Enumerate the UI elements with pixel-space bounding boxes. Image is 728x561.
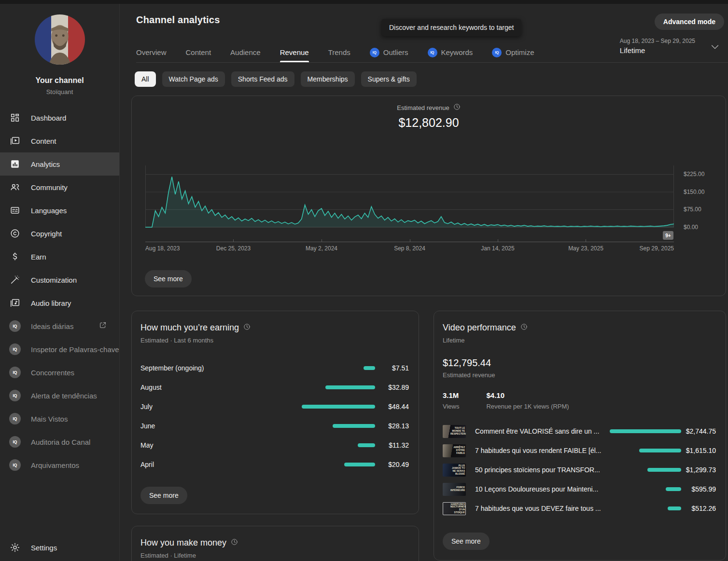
sidebar-item-concorrentes[interactable]: IQ Concorrentes — [0, 361, 119, 384]
chart-see-more-button[interactable]: See more — [145, 270, 192, 287]
video-thumbnail: ARRÊTEZ D'ÊTRE FAIBLE — [443, 444, 466, 457]
tab-overview[interactable]: Overview — [136, 42, 167, 62]
earnings-card: How much you’re earning Estimated · Last… — [131, 311, 419, 514]
video-card-title: Video performance — [443, 323, 516, 333]
tab-revenue[interactable]: Revenue — [280, 42, 309, 62]
monthly-earnings-list: September (ongoing) $7.51 August $32.89 — [140, 358, 409, 474]
chip-shorts-feed-ads[interactable]: Shorts Feed ads — [231, 71, 294, 87]
sidebar-item-ideais-diarias[interactable]: IQ Ideais diárias — [0, 315, 119, 338]
video-title: 10 Leçons Douloureuses pour Mainteni... — [475, 485, 610, 493]
revenue-sparkline-chart[interactable] — [145, 165, 674, 228]
chevron-down-icon — [710, 41, 720, 54]
video-thumbnail: FORCE INTÉRIEURE — [443, 483, 466, 496]
channel-avatar[interactable] — [35, 14, 85, 65]
video-row[interactable]: ARRÊTEZ D'ÊTRE FAIBLE 7 habitudes qui vo… — [443, 441, 716, 460]
vidiq-icon: IQ — [9, 343, 21, 355]
sidebar-item-analytics[interactable]: Analytics — [0, 152, 119, 176]
video-row[interactable]: FORCE INTÉRIEURE 10 Leçons Douloureuses … — [443, 479, 716, 499]
how-you-make-money-card: How you make money Estimated · Lifetime — [131, 526, 419, 561]
sidebar-item-customization[interactable]: Customization — [0, 268, 119, 291]
vidiq-icon: IQ — [9, 413, 21, 424]
sidebar: Your channel Stoïquant Dashboard Content — [0, 4, 120, 561]
vidiq-icon: IQ — [428, 48, 437, 57]
date-range-picker[interactable]: Aug 18, 2023 – Sep 29, 2025 Lifetime — [620, 38, 720, 55]
estimated-revenue-card: Estimated revenue $12,802.90 — [131, 96, 726, 296]
earning-row: April $20.49 — [140, 455, 409, 474]
content-icon — [9, 135, 21, 147]
x-axis-line — [145, 242, 674, 242]
sidebar-item-community[interactable]: Community — [0, 176, 119, 199]
sidebar-item-content[interactable]: Content — [0, 129, 119, 152]
video-title: 50 principes stoïciens pour TRANSFOR... — [475, 466, 610, 474]
sidebar-item-auditoria-canal[interactable]: IQ Auditoria do Canal — [0, 430, 119, 453]
video-card-revenue-value: $12,795.44 — [443, 357, 716, 369]
video-revenue-bar — [647, 468, 681, 472]
sidebar-channel-title: Your channel — [35, 76, 84, 85]
earn-icon — [9, 251, 21, 262]
earning-row: September (ongoing) $7.51 — [140, 358, 409, 378]
views-stat: 3.1M Views — [443, 391, 459, 410]
languages-icon — [9, 205, 21, 216]
date-period-text: Lifetime — [620, 46, 695, 55]
video-revenue-bar — [639, 449, 681, 452]
chip-supers-gifts[interactable]: Supers & gifts — [361, 71, 417, 87]
external-link-icon — [99, 321, 107, 331]
more-series-badge[interactable]: 9+ — [663, 231, 673, 240]
date-range-text: Aug 18, 2023 – Sep 29, 2025 — [620, 38, 695, 44]
tab-keywords[interactable]: IQ Keywords — [428, 42, 473, 62]
vidiq-icon: IQ — [9, 367, 21, 378]
video-row[interactable]: HABITUDES NOCTURNES D'UN STOÏQUE 7 habit… — [443, 499, 716, 518]
vidiq-icon: IQ — [9, 459, 21, 471]
tab-audience[interactable]: Audience — [230, 42, 261, 62]
sidebar-item-languages[interactable]: Languages — [0, 199, 119, 222]
tab-outliers[interactable]: IQ Outliers — [370, 42, 408, 62]
x-axis-labels: Aug 18, 2023 Dec 25, 2023 May 2, 2024 Se… — [145, 245, 674, 253]
sidebar-channel-name: Stoïquant — [46, 88, 73, 96]
advanced-mode-button[interactable]: Advanced mode — [655, 14, 724, 30]
video-row[interactable]: PLUS JAMAIS TU NE SERAS BLESSÉ 50 princi… — [443, 460, 716, 479]
earning-row: July $48.44 — [140, 397, 409, 416]
page-title: Channel analytics — [136, 14, 220, 26]
earning-bar — [344, 463, 375, 466]
vidiq-icon: IQ — [370, 48, 379, 57]
metric-label: Estimated revenue — [397, 104, 449, 111]
analytics-icon — [9, 158, 21, 170]
video-revenue-bar — [610, 429, 681, 433]
video-title: 7 habitudes qui vous rendent FAIBLE [él.… — [475, 447, 610, 454]
sidebar-item-mais-vistos[interactable]: IQ Mais Vistos — [0, 407, 119, 430]
vidiq-icon: IQ — [9, 390, 21, 401]
tab-content[interactable]: Content — [186, 42, 211, 62]
avatar-bust-image — [35, 14, 85, 65]
video-performance-card: Video performance Lifetime $12,795.44 Es… — [434, 311, 726, 561]
sidebar-item-alerta-tendencias[interactable]: IQ Alerta de tendências — [0, 384, 119, 407]
vidiq-icon: IQ — [492, 48, 502, 57]
vidiq-icon: IQ — [9, 320, 21, 332]
main-area: Channel analytics Advanced mode Overview… — [120, 4, 728, 561]
community-icon — [9, 181, 21, 193]
chip-watch-page-ads[interactable]: Watch Page ads — [162, 71, 225, 87]
clock-icon — [243, 323, 251, 332]
earnings-see-more-button[interactable]: See more — [140, 487, 187, 504]
dashboard-icon — [9, 112, 21, 123]
earning-bar — [325, 385, 375, 389]
sidebar-item-earn[interactable]: Earn — [0, 245, 119, 268]
video-thumbnail: HABITUDES NOCTURNES D'UN STOÏQUE — [443, 502, 466, 515]
keywords-tooltip: Discover and research keywords to target — [381, 19, 521, 36]
sidebar-nav: Dashboard Content Analytics — [0, 106, 119, 477]
sidebar-item-inspetor-palavras-chave[interactable]: IQ Inspetor de Palavras-chave — [0, 338, 119, 361]
video-title: 7 habitudes que vous DEVEZ faire tous ..… — [475, 505, 610, 512]
video-row[interactable]: TOUT LE MONDE TE RESPECTERA Comment être… — [443, 422, 716, 441]
y-axis-tick: $225.00 — [684, 171, 704, 178]
sidebar-item-audio-library[interactable]: Audio library — [0, 291, 119, 315]
sidebar-item-settings[interactable]: Settings — [0, 536, 119, 559]
sidebar-item-dashboard[interactable]: Dashboard — [0, 106, 119, 129]
video-see-more-button[interactable]: See more — [443, 533, 490, 550]
chip-memberships[interactable]: Memberships — [301, 71, 355, 87]
earning-bar — [364, 366, 375, 370]
sidebar-item-arquivamentos[interactable]: IQ Arquivamentos — [0, 453, 119, 477]
tab-optimize[interactable]: IQ Optimize — [492, 42, 534, 62]
top-videos-list: TOUT LE MONDE TE RESPECTERA Comment être… — [443, 422, 716, 518]
chip-all[interactable]: All — [135, 71, 156, 87]
sidebar-item-copyright[interactable]: Copyright — [0, 222, 119, 245]
tab-trends[interactable]: Trends — [328, 42, 350, 62]
